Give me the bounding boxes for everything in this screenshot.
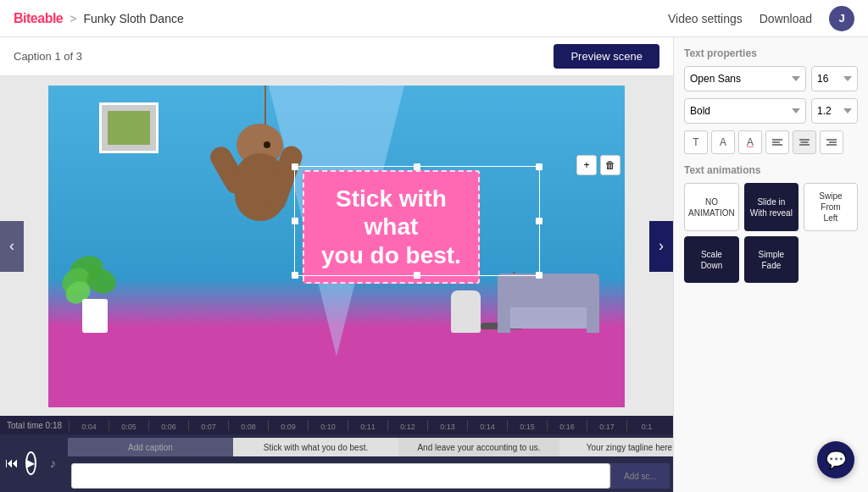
text-color-button[interactable]: A (738, 130, 762, 154)
logo[interactable]: Biteable (14, 11, 63, 26)
handle-mid-right[interactable] (536, 218, 542, 224)
prev-scene-button[interactable]: ‹ (0, 221, 24, 272)
top-bar-left: Biteable > Funky Sloth Dance (14, 11, 184, 26)
canvas-section: Caption 1 of 3 Preview scene ‹ (0, 37, 673, 416)
caption-label: Caption 1 of 3 (14, 50, 82, 63)
align-center-button[interactable] (793, 130, 816, 154)
top-bar-right: Video settings Download J (668, 6, 854, 31)
timeline-ruler: Total time 0:18 0:040:050:060:070:080:09… (0, 416, 673, 434)
format-icons-row: T A A (684, 130, 858, 154)
ruler-mark: 0:11 (348, 420, 387, 431)
skip-back-button[interactable]: ⏮ (5, 456, 19, 471)
sofa (498, 274, 599, 333)
music-icon: ♪ (43, 456, 63, 470)
timeline-controls: ⏮ ▶ ♪ (0, 434, 68, 492)
caption-input-row: Add sc... (68, 460, 673, 492)
ruler-mark: 0:06 (148, 420, 188, 431)
add-text-button[interactable]: + (576, 155, 597, 175)
ruler-mark: 0:17 (587, 420, 626, 431)
ruler-marks: 0:040:050:060:070:080:090:100:110:120:13… (69, 420, 666, 431)
text-format-a-button[interactable]: A (711, 130, 735, 154)
chevron-left-icon: ‹ (9, 237, 14, 255)
font-family-select[interactable]: Open Sans (684, 66, 806, 91)
ruler-mark: 0:10 (308, 420, 348, 431)
text-overlay[interactable]: Stick with what you do best. (303, 170, 480, 285)
sofa-arm-left (498, 307, 510, 333)
animation-option-swipe-from-left[interactable]: Swipe From Left (804, 183, 858, 231)
text-animations-section: Text animations NO ANIMATIONSlide in Wit… (684, 164, 858, 283)
wall-picture-inner (108, 111, 150, 145)
timeline-content: ⏮ ▶ ♪ Add caption Stick with what you do… (0, 434, 673, 492)
text-toolbar: + 🗑 (576, 155, 620, 175)
animation-grid: NO ANIMATIONSlide in With revealSwipe Fr… (684, 183, 858, 283)
animation-option-no-animation[interactable]: NO ANIMATION (684, 183, 739, 231)
text-format-t-button[interactable]: T (684, 130, 708, 154)
breadcrumb-sep: > (70, 12, 76, 25)
caption-track-row: Add caption Stick with what you do best.… (68, 434, 673, 460)
avatar[interactable]: J (829, 6, 854, 31)
preview-scene-button[interactable]: Preview scene (554, 44, 659, 69)
ruler-mark: 0:08 (228, 420, 268, 431)
style-row: Bold 1.2 (684, 98, 858, 124)
scene-background: Stick with what you do best. (48, 86, 625, 407)
sofa-arm-right (587, 307, 599, 333)
text-properties-title: Text properties (684, 47, 858, 59)
ruler-mark: 0:09 (268, 420, 308, 431)
sofa-seat (510, 307, 587, 329)
canvas-header: Caption 1 of 3 Preview scene (0, 37, 673, 76)
timeline-tracks: Add caption Stick with what you do best.… (68, 434, 673, 492)
text-props: Open Sans 16 Bold 1.2 T A (684, 66, 858, 154)
plant-vase (82, 299, 108, 333)
handle-top-mid[interactable] (414, 163, 420, 170)
text-overlay-content: Stick with what you do best. (321, 185, 461, 270)
ruler-mark: 0:16 (547, 420, 587, 431)
sloth-eye-left (264, 141, 270, 148)
ruler-mark: 0:07 (188, 420, 228, 431)
line-height-select[interactable]: 1.2 (811, 98, 858, 124)
ruler-mark: 0:13 (427, 420, 467, 431)
font-row: Open Sans 16 (684, 66, 858, 91)
timeline: Total time 0:18 0:040:050:060:070:080:09… (0, 416, 673, 492)
chat-bubble-button[interactable]: 💬 (817, 441, 854, 478)
text-animations-title: Text animations (684, 164, 858, 176)
sloth (218, 119, 303, 238)
chat-icon: 💬 (826, 450, 847, 470)
ruler-mark: 0:04 (69, 420, 108, 431)
delete-text-button[interactable]: 🗑 (600, 155, 620, 175)
next-scene-button[interactable]: › (649, 221, 673, 272)
font-size-select[interactable]: 16 (811, 66, 858, 91)
add-scene-button[interactable]: Add sc... (610, 463, 670, 489)
align-right-button[interactable] (820, 130, 843, 154)
animation-option-scale-down[interactable]: Scale Down (684, 236, 739, 283)
play-button[interactable]: ▶ (25, 451, 36, 475)
caption-block-1[interactable]: Stick with what you do best. (233, 438, 398, 456)
ruler-mark: 0:14 (467, 420, 507, 431)
add-caption-block[interactable]: Add caption (68, 438, 233, 456)
sofa-back (498, 274, 599, 307)
video-settings-button[interactable]: Video settings (668, 12, 743, 25)
ruler-mark: 0:1 (626, 420, 666, 431)
chevron-right-icon: › (659, 237, 664, 255)
main-content: Caption 1 of 3 Preview scene ‹ (0, 37, 868, 492)
ruler-mark: 0:05 (108, 420, 148, 431)
humidifier (451, 290, 481, 333)
text-properties-section: Text properties Open Sans 16 Bold 1.2 (684, 47, 858, 154)
timeline-total-time: Total time 0:18 (7, 421, 62, 430)
top-bar: Biteable > Funky Sloth Dance Video setti… (0, 0, 868, 37)
caption-block-2[interactable]: And leave your accounting to us. (398, 438, 559, 456)
right-panel: Text properties Open Sans 16 Bold 1.2 (673, 37, 868, 492)
handle-top-right[interactable] (536, 163, 542, 170)
canvas-wrapper: ‹ (0, 76, 673, 416)
caption-block-3[interactable]: Your zingy tagline here - yourwebsi.te (559, 438, 673, 456)
wall-picture (99, 102, 159, 153)
animation-option-slide-in-reveal[interactable]: Slide in With reveal (744, 183, 798, 231)
align-left-button[interactable] (765, 130, 789, 154)
animation-option-simple-fade[interactable]: Simple Fade (744, 236, 798, 283)
ruler-mark: 0:12 (387, 420, 427, 431)
download-button[interactable]: Download (760, 12, 812, 25)
caption-text-input[interactable] (71, 463, 610, 489)
canvas-frame: Stick with what you do best. (48, 86, 625, 407)
project-name: Funky Sloth Dance (83, 12, 183, 25)
editor-area: Caption 1 of 3 Preview scene ‹ (0, 37, 673, 492)
font-weight-select[interactable]: Bold (684, 98, 806, 124)
